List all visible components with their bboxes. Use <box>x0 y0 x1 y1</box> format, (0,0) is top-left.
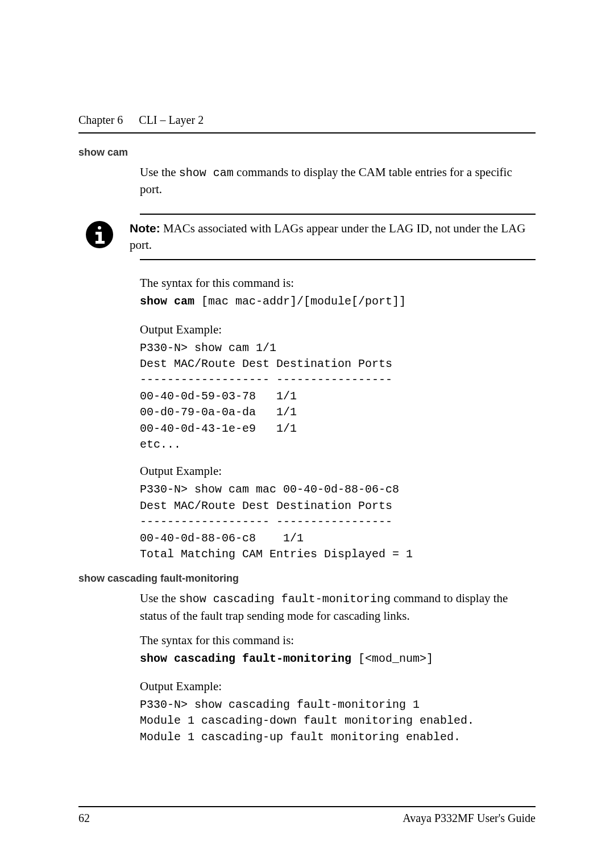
note-text: MACs associated with LAGs appear under t… <box>130 222 525 252</box>
svg-rect-3 <box>98 232 102 242</box>
intro-pre-text: Use the <box>140 165 179 179</box>
section-heading-show-cascading: show cascading fault-monitoring <box>78 573 536 585</box>
svg-rect-1 <box>98 226 101 229</box>
example3-code: P330-N> show cascading fault-monitoring … <box>140 697 536 745</box>
intro2-inline-cmd: show cascading fault-monitoring <box>179 592 391 606</box>
example1-label: Output Example: <box>140 322 536 338</box>
section2-content: Use the show cascading fault-monitoring … <box>140 590 536 745</box>
example2-code: P330-N> show cam mac 00-40-0d-88-06-c8 D… <box>140 482 536 562</box>
syntax-cmd: show cam <box>140 295 194 308</box>
note-label: Note: <box>130 222 160 235</box>
intro2-pre-text: Use the <box>140 591 179 605</box>
example1-code: P330-N> show cam 1/1 Dest MAC/Route Dest… <box>140 340 536 453</box>
note-body: Note: MACs associated with LAGs appear u… <box>130 220 536 253</box>
example2-label: Output Example: <box>140 463 536 479</box>
svg-rect-4 <box>96 241 105 244</box>
syntax-line: show cam [mac mac-addr]/[module[/port]] <box>140 294 536 310</box>
doc-title: Avaya P332MF User's Guide <box>403 812 536 825</box>
syntax2-args: [<mod_num>] <box>351 652 433 665</box>
chapter-label: Chapter 6 <box>78 114 123 127</box>
section-heading-show-cam: show cam <box>78 147 536 158</box>
chapter-title: CLI – Layer 2 <box>139 114 204 127</box>
example3-label: Output Example: <box>140 678 536 695</box>
page-number: 62 <box>78 812 90 825</box>
page-footer: 62 Avaya P332MF User's Guide <box>78 806 536 825</box>
page-header: Chapter 6 CLI – Layer 2 <box>78 114 536 133</box>
section1-content: Use the show cam commands to display the… <box>140 164 536 562</box>
page-body: show cam Use the show cam commands to di… <box>78 139 536 823</box>
syntax2-label: The syntax for this command is: <box>140 632 536 649</box>
header-inner: Chapter 6 CLI – Layer 2 <box>78 114 536 133</box>
intro-inline-cmd: show cam <box>179 166 234 180</box>
syntax2-line: show cascading fault-monitoring [<mod_nu… <box>140 651 536 667</box>
intro2-paragraph: Use the show cascading fault-monitoring … <box>140 590 536 624</box>
syntax-label: The syntax for this command is: <box>140 275 536 291</box>
page: Chapter 6 CLI – Layer 2 show cam Use the… <box>0 0 614 868</box>
syntax-args: [mac mac-addr]/[module[/port]] <box>194 295 406 308</box>
info-icon <box>78 220 117 249</box>
syntax2-cmd: show cascading fault-monitoring <box>140 652 351 665</box>
intro-paragraph: Use the show cam commands to display the… <box>140 164 536 198</box>
note-box: Note: MACs associated with LAGs appear u… <box>140 214 536 260</box>
